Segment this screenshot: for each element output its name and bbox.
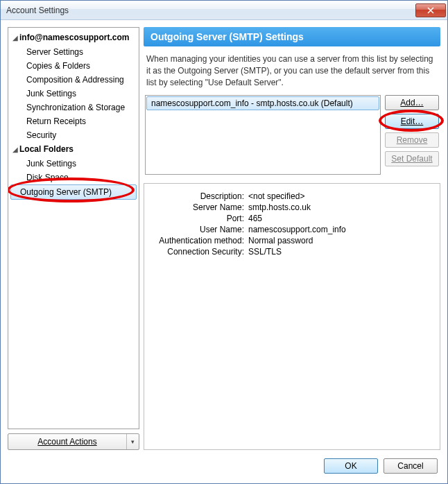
detail-value: namescosupport.com_info <box>248 225 346 234</box>
account-actions-label: Account Actions <box>8 437 126 447</box>
button-column: Add… Edit… Remove Set Default <box>385 95 439 175</box>
detail-label: Authentication method: <box>150 236 248 245</box>
tree-item-junk[interactable]: Junk Settings <box>8 87 139 101</box>
detail-label: Description: <box>150 191 248 201</box>
detail-row-description: Description: <not specified> <box>150 191 434 202</box>
tree-item-composition[interactable]: Composition & Addressing <box>8 73 139 87</box>
right-panel: Outgoing Server (SMTP) Settings When man… <box>144 27 440 450</box>
tree-local-folders-root[interactable]: ◢Local Folders <box>8 142 139 157</box>
detail-label: Port: <box>150 214 248 223</box>
account-tree[interactable]: ◢info@namescosupport.com Server Settings… <box>8 27 139 429</box>
smtp-server-row[interactable]: namescosupport.com_info - smtp.hosts.co.… <box>146 96 379 110</box>
panel-description: When managing your identities you can us… <box>144 46 440 95</box>
tree-item-server-settings[interactable]: Server Settings <box>8 45 139 59</box>
panel-heading: Outgoing Server (SMTP) Settings <box>144 27 440 46</box>
detail-value: Normal password <box>248 236 313 245</box>
detail-value: <not specified> <box>248 191 304 201</box>
detail-value: SSL/TLS <box>248 247 282 257</box>
detail-value: smtp.hosts.co.uk <box>248 202 311 212</box>
tree-item-sync[interactable]: Synchronization & Storage <box>8 101 139 114</box>
set-default-button: Set Default <box>385 151 439 166</box>
expand-arrow-icon: ◢ <box>12 144 19 155</box>
tree-item-disk-space[interactable]: Disk Space <box>8 171 139 184</box>
add-button[interactable]: Add… <box>385 95 439 110</box>
cancel-button[interactable]: Cancel <box>384 458 438 474</box>
left-panel: ◢info@namescosupport.com Server Settings… <box>8 27 139 450</box>
dropdown-arrow-icon[interactable]: ▾ <box>126 434 139 449</box>
titlebar: Account Settings <box>1 1 447 20</box>
edit-button[interactable]: Edit… <box>385 114 439 129</box>
tree-item-outgoing-smtp[interactable]: Outgoing Server (SMTP) <box>10 184 137 200</box>
smtp-server-list[interactable]: namescosupport.com_info - smtp.hosts.co.… <box>145 95 381 175</box>
dialog-footer: OK Cancel <box>1 450 447 483</box>
detail-label: User Name: <box>150 225 248 234</box>
ok-button[interactable]: OK <box>324 458 378 474</box>
expand-arrow-icon: ◢ <box>12 33 19 44</box>
account-actions-button[interactable]: Account Actions ▾ <box>8 433 139 450</box>
detail-row-security: Connection Security: SSL/TLS <box>150 246 434 257</box>
detail-row-server: Server Name: smtp.hosts.co.uk <box>150 202 434 213</box>
tree-item-security[interactable]: Security <box>8 128 139 142</box>
server-detail-panel: Description: <not specified> Server Name… <box>144 183 440 450</box>
close-icon <box>427 7 434 14</box>
tree-account-root[interactable]: ◢info@namescosupport.com <box>8 31 139 45</box>
tree-item-copies-folders[interactable]: Copies & Folders <box>8 59 139 73</box>
detail-row-user: User Name: namescosupport.com_info <box>150 224 434 235</box>
window-title: Account Settings <box>6 6 415 15</box>
main-body: ◢info@namescosupport.com Server Settings… <box>1 20 447 450</box>
detail-row-port: Port: 465 <box>150 213 434 224</box>
tree-item-return-receipts[interactable]: Return Receipts <box>8 114 139 128</box>
detail-value: 465 <box>248 214 262 223</box>
remove-button: Remove <box>385 132 439 148</box>
server-list-area: namescosupport.com_info - smtp.hosts.co.… <box>144 95 440 175</box>
detail-label: Connection Security: <box>150 247 248 257</box>
close-button[interactable] <box>415 3 446 17</box>
detail-row-auth: Authentication method: Normal password <box>150 235 434 246</box>
tree-item-local-junk[interactable]: Junk Settings <box>8 157 139 171</box>
account-settings-window: Account Settings ◢info@namescosupport.co… <box>0 0 448 484</box>
detail-label: Server Name: <box>150 202 248 212</box>
